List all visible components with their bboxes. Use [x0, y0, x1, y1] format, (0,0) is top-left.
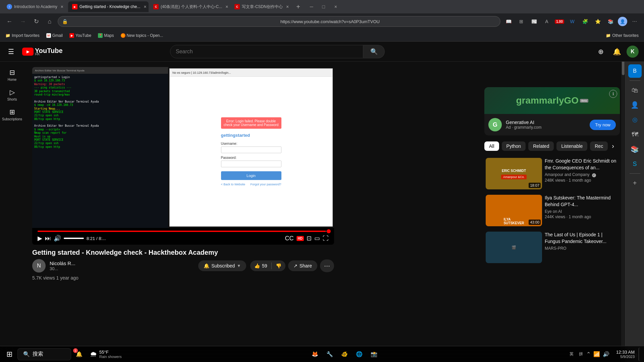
chip-related[interactable]: Related [528, 141, 554, 151]
related-video-2[interactable]: ILYASUTSKEVER 43:00 Ilya Sutskever: The … [484, 193, 620, 228]
other-favorites[interactable]: 📁 Other favorites [603, 32, 641, 39]
minimize-button[interactable]: ─ [306, 1, 317, 12]
extension-button[interactable]: 1.00 [554, 16, 565, 27]
video-player[interactable]: Archivo Editar Ver Buscar Terminal Ayuda… [32, 67, 334, 245]
login-button[interactable]: Login [221, 171, 281, 180]
taskbar-app5[interactable]: 📸 [367, 348, 381, 361]
search-button[interactable]: 🔍 [363, 45, 385, 58]
related-video-3[interactable]: 🎬 The Last of Us | Episode 1 | Fungus Pa… [484, 230, 620, 264]
forgot-link[interactable]: Forgot your password? [250, 183, 281, 186]
subtitles-button[interactable]: CC [285, 235, 294, 242]
panel-maps-button[interactable]: 🗺 [628, 128, 642, 141]
progress-bar[interactable] [38, 231, 329, 232]
bookmark-gmail[interactable]: M Gmail [44, 32, 65, 39]
password-input[interactable] [221, 161, 281, 167]
panel-collections-button[interactable]: 📚 [628, 142, 642, 156]
like-button[interactable]: 👍 59 [250, 260, 271, 271]
taskbar-app4[interactable]: 🌐 [353, 348, 366, 361]
chips-scroll-right-button[interactable]: › [610, 141, 615, 151]
hamburger-menu-button[interactable]: ☰ [5, 45, 17, 58]
tray-network-icon[interactable]: 📶 [593, 351, 600, 357]
search-input[interactable] [176, 49, 358, 55]
ad-try-button[interactable]: Try now [590, 120, 616, 130]
clock[interactable]: 12:33 AM 5/9/2023 [613, 350, 637, 359]
tab-csdn1[interactable]: C (40条消息) 个人资料-个人中心-C... × [149, 1, 230, 12]
tab-intro[interactable]: I Introduction to Academy × [3, 1, 67, 12]
panel-bing-edge-button[interactable]: ◎ [628, 113, 642, 126]
show-desktop-button[interactable] [639, 348, 641, 361]
youtube-logo[interactable]: YouTube HK [22, 47, 63, 56]
more-actions-button[interactable]: ⋯ [320, 259, 334, 272]
sidebar-item-home[interactable]: ⊟ Home [1, 66, 23, 84]
tab-close-csdn2[interactable]: × [286, 4, 289, 9]
play-button[interactable]: ▶ [38, 235, 42, 242]
sidebar-item-shorts[interactable]: ▷ Shorts [1, 85, 23, 104]
related-video-1[interactable]: ERIC SCHMIDT Amanpour &Co. 18:07 Fmr. Go… [484, 157, 620, 191]
taskbar-app-weather[interactable]: 1 🔔 [72, 348, 86, 361]
user-avatar[interactable]: K [627, 46, 639, 58]
favorites-button[interactable]: ⭐ [592, 16, 603, 27]
new-tab-button[interactable]: + [293, 3, 303, 11]
bookmark-maps[interactable]: 📍 Maps [95, 32, 116, 39]
theater-mode-button[interactable]: ▭ [314, 235, 320, 242]
volume-slider[interactable] [64, 238, 84, 239]
translation-button[interactable]: A [541, 16, 552, 27]
next-button[interactable]: ⏭ [45, 235, 51, 242]
url-bar[interactable]: 🔒 https://www.youtube.com/watch?v=sA0P3u… [58, 16, 500, 27]
channel-avatar[interactable]: N [32, 259, 46, 273]
create-video-button[interactable]: ⊕ [594, 45, 608, 58]
tab-close-csdn1[interactable]: × [225, 4, 228, 9]
chip-listenable[interactable]: Listenable [556, 141, 587, 151]
dislike-button[interactable]: 👎 [272, 260, 285, 271]
weather-widget[interactable]: 🌧 55°F Rain showers [87, 348, 124, 360]
reader-view-button[interactable]: 📖 [503, 16, 514, 27]
bookmark-import[interactable]: 📁 Import favorites [3, 32, 42, 39]
ms-word-button[interactable]: W [567, 16, 578, 27]
subscribed-button[interactable]: 🔔 Subscribed ▼ [198, 260, 246, 271]
maximize-button[interactable]: □ [318, 1, 329, 12]
page-scrollbar[interactable] [621, 42, 625, 362]
profile-avatar[interactable]: 👤 [618, 17, 627, 26]
immersive-reader-button[interactable]: 📰 [529, 16, 539, 27]
tray-chevron[interactable]: ⌃ [586, 351, 591, 357]
taskbar-app2[interactable]: 🔧 [323, 348, 336, 361]
sidebar-item-subscriptions[interactable]: ⊞ Subscriptions [1, 105, 23, 124]
chip-rec[interactable]: Rec [590, 141, 608, 151]
fullscreen-button[interactable]: ⛶ [323, 235, 329, 242]
collections-button[interactable]: 📚 [605, 16, 616, 27]
taskbar-firefox[interactable]: 🦊 [308, 348, 322, 361]
share-button[interactable]: ↗ Share [288, 260, 317, 271]
tray-volume-icon[interactable]: 🔊 [603, 351, 609, 357]
miniplayer-button[interactable]: ⊡ [307, 235, 312, 242]
tab-yt[interactable]: ▶ Getting started - Knowledge che... × [68, 1, 149, 12]
tray-ime-english[interactable]: 英 [568, 351, 576, 358]
ad-info-button[interactable]: ℹ [609, 90, 617, 98]
volume-button[interactable]: 🔊 [54, 235, 61, 242]
tab-close-yt[interactable]: × [144, 4, 146, 9]
close-window-button[interactable]: × [330, 1, 341, 12]
split-view-button[interactable]: ⊞ [516, 16, 527, 27]
notifications-button[interactable]: 🔔 [610, 45, 624, 58]
tray-ime-pinyin[interactable]: 拼 [577, 351, 585, 358]
back-button[interactable]: ← [4, 16, 15, 27]
refresh-button[interactable]: ↻ [31, 16, 42, 27]
extensions-button[interactable]: 🧩 [580, 16, 590, 27]
panel-shopping-button[interactable]: 🛍 [628, 83, 642, 97]
back-link[interactable]: < Back to Website [221, 183, 246, 186]
home-button[interactable]: ⌂ [44, 16, 55, 27]
tab-csdn2[interactable]: C 写文章-CSDN创作中心 × [230, 1, 293, 12]
taskbar-search[interactable]: 🔍 搜索 [17, 348, 71, 360]
taskbar-app3[interactable]: 🐠 [338, 348, 351, 361]
tab-close-intro[interactable]: × [61, 4, 63, 9]
chip-all[interactable]: All [484, 141, 499, 151]
forward-button[interactable]: → [17, 16, 28, 27]
search-bar[interactable] [170, 45, 363, 58]
panel-add-button[interactable]: + [628, 176, 642, 190]
bing-chat-button[interactable]: B [628, 64, 642, 78]
panel-account-button[interactable]: 👤 [628, 98, 642, 112]
start-button[interactable]: ⊞ [3, 348, 16, 361]
panel-skype-button[interactable]: S [628, 157, 642, 171]
bookmark-youtube[interactable]: ▶ YouTube [67, 32, 94, 39]
bookmark-newtopics[interactable]: 🟠 New topics - Open... [118, 32, 166, 39]
username-input[interactable] [221, 146, 281, 153]
